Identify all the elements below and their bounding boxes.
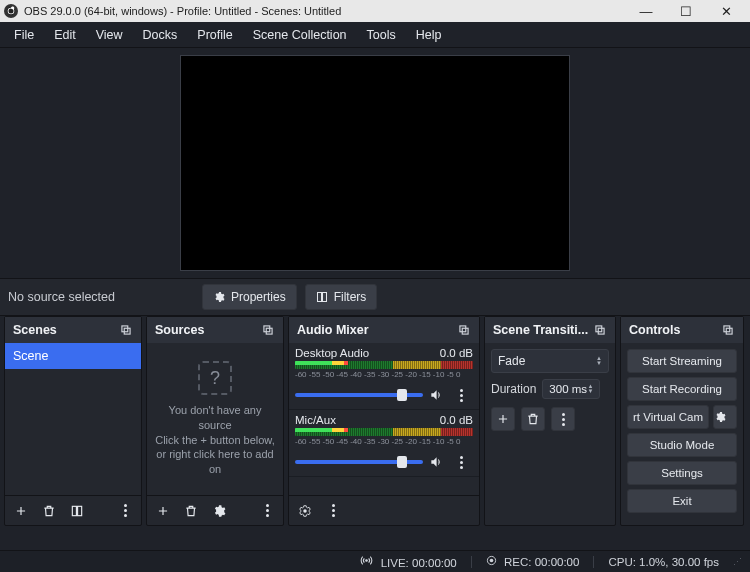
source-menu-button[interactable] — [255, 499, 279, 523]
docks: Scenes Scene Sources ? You don't have an… — [0, 316, 750, 526]
volume-meter — [295, 428, 473, 436]
popout-icon[interactable] — [119, 323, 133, 337]
channel-level: 0.0 dB — [440, 414, 473, 426]
mixer-channel: Mic/Aux 0.0 dB -60 -55 -50 -45 -40 -35 -… — [289, 410, 479, 477]
db-scale: -60 -55 -50 -45 -40 -35 -30 -25 -20 -15 … — [295, 437, 473, 446]
scene-remove-button[interactable] — [37, 499, 61, 523]
menu-profile[interactable]: Profile — [187, 24, 242, 46]
statusbar: LIVE: 00:00:00 REC: 00:00:00 CPU: 1.0%, … — [0, 550, 750, 572]
popout-icon[interactable] — [261, 323, 275, 337]
virtual-camera-settings-button[interactable] — [713, 405, 737, 429]
close-button[interactable]: ✕ — [714, 4, 738, 19]
menubar: File Edit View Docks Profile Scene Colle… — [0, 22, 750, 48]
scene-item[interactable]: Scene — [5, 343, 141, 369]
source-remove-button[interactable] — [179, 499, 203, 523]
preview-canvas[interactable] — [180, 55, 570, 271]
transition-remove-button[interactable] — [521, 407, 545, 431]
db-scale: -60 -55 -50 -45 -40 -35 -30 -25 -20 -15 … — [295, 370, 473, 379]
channel-name: Desktop Audio — [295, 347, 369, 359]
record-icon — [486, 555, 497, 566]
popout-icon[interactable] — [457, 323, 471, 337]
svg-point-19 — [489, 559, 493, 563]
svg-rect-8 — [78, 506, 82, 515]
controls-title: Controls — [629, 323, 680, 337]
help-placeholder-icon: ? — [198, 361, 232, 395]
menu-tools[interactable]: Tools — [357, 24, 406, 46]
transition-select[interactable]: Fade ▲▼ — [491, 349, 609, 373]
menu-help[interactable]: Help — [406, 24, 452, 46]
filters-button[interactable]: Filters — [305, 284, 378, 310]
start-streaming-button[interactable]: Start Streaming — [627, 349, 737, 373]
speaker-icon[interactable] — [429, 455, 443, 469]
source-add-button[interactable] — [151, 499, 175, 523]
properties-button[interactable]: Properties — [202, 284, 297, 310]
live-status: LIVE: 00:00:00 — [381, 557, 457, 569]
svg-rect-3 — [317, 293, 321, 302]
menu-docks[interactable]: Docks — [133, 24, 188, 46]
context-toolbar: No source selected Properties Filters — [0, 278, 750, 316]
filters-icon — [316, 291, 328, 303]
minimize-button[interactable]: — — [634, 4, 658, 19]
channel-level: 0.0 dB — [440, 347, 473, 359]
chevron-updown-icon: ▲▼ — [596, 356, 602, 366]
no-source-label: No source selected — [8, 290, 178, 304]
titlebar: OBS 29.0.0 (64-bit, windows) - Profile: … — [0, 0, 750, 22]
chevron-updown-icon: ▲▼ — [587, 384, 593, 394]
channel-menu-button[interactable] — [449, 450, 473, 474]
mixer-title: Audio Mixer — [297, 323, 369, 337]
settings-button[interactable]: Settings — [627, 461, 737, 485]
duration-label: Duration — [491, 382, 536, 396]
sources-title: Sources — [155, 323, 204, 337]
svg-rect-4 — [322, 293, 326, 302]
transitions-title: Scene Transiti... — [493, 323, 588, 337]
transitions-dock: Scene Transiti... Fade ▲▼ Duration 300 m… — [484, 316, 616, 526]
gear-icon — [213, 291, 225, 303]
mixer-channel: Desktop Audio 0.0 dB -60 -55 -50 -45 -40… — [289, 343, 479, 410]
duration-spinner[interactable]: 300 ms ▲▼ — [542, 379, 600, 399]
scene-filter-button[interactable] — [65, 499, 89, 523]
preview-area — [0, 48, 750, 278]
channel-menu-button[interactable] — [449, 383, 473, 407]
maximize-button[interactable]: ☐ — [674, 4, 698, 19]
properties-label: Properties — [231, 290, 286, 304]
volume-slider[interactable] — [295, 393, 423, 397]
svg-rect-7 — [72, 506, 76, 515]
studio-mode-button[interactable]: Studio Mode — [627, 433, 737, 457]
popout-icon[interactable] — [721, 323, 735, 337]
sources-dock: Sources ? You don't have any source Clic… — [146, 316, 284, 526]
start-recording-button[interactable]: Start Recording — [627, 377, 737, 401]
mixer-advanced-button[interactable] — [293, 499, 317, 523]
mixer-menu-button[interactable] — [321, 499, 345, 523]
sources-list[interactable]: ? You don't have any source Click the + … — [147, 343, 283, 495]
scenes-title: Scenes — [13, 323, 57, 337]
scenes-dock: Scenes Scene — [4, 316, 142, 526]
menu-scene-collection[interactable]: Scene Collection — [243, 24, 357, 46]
svg-point-17 — [366, 560, 368, 562]
volume-slider[interactable] — [295, 460, 423, 464]
controls-dock: Controls Start Streaming Start Recording… — [620, 316, 744, 526]
scenes-list[interactable]: Scene — [5, 343, 141, 495]
duration-value: 300 ms — [549, 383, 587, 395]
rec-status: REC: 00:00:00 — [504, 556, 579, 568]
scene-add-button[interactable] — [9, 499, 33, 523]
transition-add-button[interactable] — [491, 407, 515, 431]
exit-button[interactable]: Exit — [627, 489, 737, 513]
popout-icon[interactable] — [593, 323, 607, 337]
sources-empty-text: Click the + button below, — [155, 433, 275, 448]
virtual-camera-button[interactable]: rt Virtual Cam — [627, 405, 709, 429]
transition-value: Fade — [498, 354, 525, 368]
scene-menu-button[interactable] — [113, 499, 137, 523]
window-title: OBS 29.0.0 (64-bit, windows) - Profile: … — [24, 5, 634, 17]
resize-grip[interactable]: ⋰ — [733, 557, 740, 567]
obs-app-icon — [4, 4, 18, 18]
cpu-status: CPU: 1.0%, 30.00 fps — [608, 556, 719, 568]
menu-edit[interactable]: Edit — [44, 24, 86, 46]
source-settings-button[interactable] — [207, 499, 231, 523]
channel-name: Mic/Aux — [295, 414, 336, 426]
menu-file[interactable]: File — [4, 24, 44, 46]
sources-empty-text: You don't have any source — [153, 403, 277, 433]
speaker-icon[interactable] — [429, 388, 443, 402]
menu-view[interactable]: View — [86, 24, 133, 46]
transition-menu-button[interactable] — [551, 407, 575, 431]
broadcast-icon — [360, 554, 373, 567]
